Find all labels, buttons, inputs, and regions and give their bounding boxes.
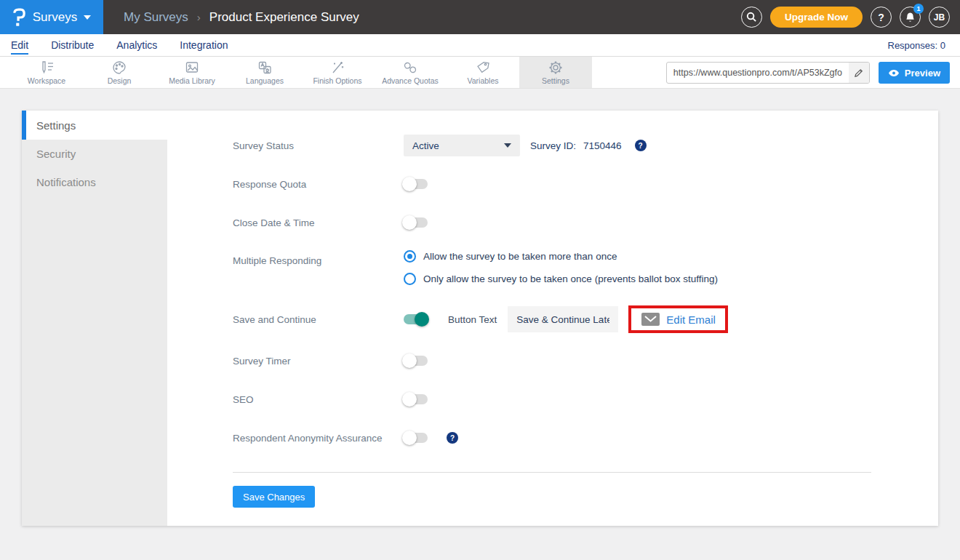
toolbar-item-label: Design (108, 76, 132, 85)
notification-count-badge: 1 (913, 4, 924, 14)
survey-timer-toggle[interactable] (404, 356, 428, 366)
sidebar-item-security[interactable]: Security (22, 140, 167, 168)
toolbar-item-label: Variables (468, 76, 499, 85)
preview-button[interactable]: Preview (879, 62, 950, 84)
field-label: Close Date & Time (233, 217, 404, 228)
toggle-knob (402, 215, 417, 230)
radio-option-once[interactable]: Only allow the survey to be taken once (… (404, 273, 718, 285)
sidebar-item-label: Notifications (36, 176, 96, 188)
field-label: Save and Continue (233, 314, 404, 325)
edit-toolbar: Workspace Design Media Library Languages (0, 57, 960, 89)
form-divider (233, 472, 871, 473)
radio-selected-icon (404, 250, 416, 263)
field-label: Respondent Anonymity Assurance (233, 433, 404, 444)
search-button[interactable] (741, 7, 762, 28)
survey-id-label: Survey ID: (530, 140, 576, 151)
survey-url-input[interactable] (667, 68, 849, 78)
chevron-down-icon (84, 15, 91, 20)
save-changes-button[interactable]: Save Changes (233, 486, 315, 508)
field-label: Response Quota (233, 179, 404, 190)
toolbar-item-workspace[interactable]: Workspace (10, 57, 83, 88)
toolbar-item-design[interactable]: Design (83, 57, 156, 88)
radio-label: Allow the survey to be taken more than o… (423, 251, 617, 262)
survey-status-select[interactable]: Active (404, 135, 520, 156)
help-icon[interactable]: ? (635, 140, 647, 151)
preview-label: Preview (905, 68, 940, 79)
row-save-and-continue: Save and Continue Button Text Edit Email (233, 305, 938, 333)
row-multiple-responding: Multiple Responding Allow the survey to … (233, 250, 938, 285)
avatar-initials: JB (934, 12, 945, 23)
response-quota-toggle[interactable] (404, 179, 428, 189)
sidebar-item-label: Settings (36, 119, 76, 132)
toolbar-item-variables[interactable]: Variables (447, 57, 519, 88)
chain-link-icon (402, 60, 418, 75)
help-icon[interactable]: ? (447, 432, 458, 444)
toolbar-item-finish-options[interactable]: Finish Options (301, 57, 374, 88)
toolbar-item-label: Workspace (28, 76, 65, 85)
image-icon (184, 60, 200, 75)
radio-unselected-icon (404, 273, 416, 285)
avatar[interactable]: JB (929, 7, 950, 28)
translate-icon (257, 60, 273, 75)
search-icon (746, 12, 757, 23)
sidebar-item-label: Security (36, 148, 76, 160)
save-and-continue-toggle[interactable] (404, 314, 428, 324)
product-switcher[interactable]: Surveys (0, 0, 103, 34)
multiple-responding-options: Allow the survey to be taken more than o… (404, 250, 718, 285)
tab-edit[interactable]: Edit (11, 36, 28, 55)
toolbar-item-settings[interactable]: Settings (519, 57, 592, 88)
tab-distribute[interactable]: Distribute (51, 36, 94, 55)
edit-email-link[interactable]: Edit Email (666, 313, 716, 326)
topbar-actions: Upgrade Now ? 1 JB (741, 0, 950, 34)
row-response-quota: Response Quota (233, 173, 938, 195)
magic-wand-icon (329, 60, 345, 75)
envelope-icon (641, 313, 660, 326)
close-date-toggle[interactable] (404, 217, 428, 228)
toggle-knob (402, 353, 417, 368)
tab-integration[interactable]: Integration (180, 36, 228, 55)
sidebar-item-notifications[interactable]: Notifications (22, 168, 167, 196)
workspace-icon (39, 60, 55, 75)
toolbar-item-label: Advance Quotas (382, 76, 439, 85)
field-label: Multiple Responding (233, 250, 404, 266)
help-button[interactable]: ? (871, 7, 892, 28)
top-bar: Surveys My Surveys › Product Experience … (0, 0, 960, 34)
edit-email-highlight[interactable]: Edit Email (628, 305, 728, 333)
edit-url-button[interactable] (849, 63, 869, 83)
settings-sidebar: Settings Security Notifications (22, 111, 167, 526)
toolbar-right: Preview (666, 62, 950, 84)
respondent-anonymity-toggle[interactable] (404, 433, 428, 443)
survey-id-value: 7150446 (583, 140, 622, 151)
nav-tabs: Edit Distribute Analytics Integration (11, 36, 228, 55)
toolbar-item-media-library[interactable]: Media Library (156, 57, 228, 88)
toggle-knob (402, 392, 417, 407)
toggle-knob (402, 177, 417, 191)
chevron-down-icon (504, 143, 511, 148)
upgrade-now-button[interactable]: Upgrade Now (770, 7, 863, 28)
breadcrumb-parent-link[interactable]: My Surveys (124, 10, 188, 25)
button-text-label: Button Text (448, 314, 497, 325)
radio-option-multiple[interactable]: Allow the survey to be taken more than o… (404, 250, 718, 263)
survey-status-value: Active (412, 140, 439, 151)
settings-form: Survey Status Active Survey ID: 7150446 … (167, 111, 938, 526)
seo-toggle[interactable] (404, 394, 428, 404)
toggle-knob (415, 312, 429, 327)
breadcrumb: My Surveys › Product Experience Survey (124, 10, 359, 25)
row-close-date: Close Date & Time (233, 212, 938, 233)
field-label: Survey Status (233, 140, 404, 151)
survey-nav: Edit Distribute Analytics Integration Re… (0, 34, 960, 57)
sidebar-item-settings[interactable]: Settings (22, 111, 167, 140)
page-title: Product Experience Survey (209, 10, 359, 25)
question-mark-icon: ? (878, 12, 884, 23)
product-name: Surveys (33, 10, 77, 25)
toolbar-item-languages[interactable]: Languages (228, 57, 301, 88)
toolbar-item-advance-quotas[interactable]: Advance Quotas (374, 57, 447, 88)
responses-count: Responses: 0 (888, 40, 946, 51)
palette-icon (111, 60, 127, 75)
notifications-button[interactable]: 1 (900, 7, 921, 28)
row-seo: SEO (233, 388, 938, 410)
field-label: SEO (233, 394, 404, 405)
toolbar-item-label: Languages (246, 76, 284, 85)
tab-analytics[interactable]: Analytics (116, 36, 157, 55)
button-text-input[interactable] (508, 306, 618, 332)
